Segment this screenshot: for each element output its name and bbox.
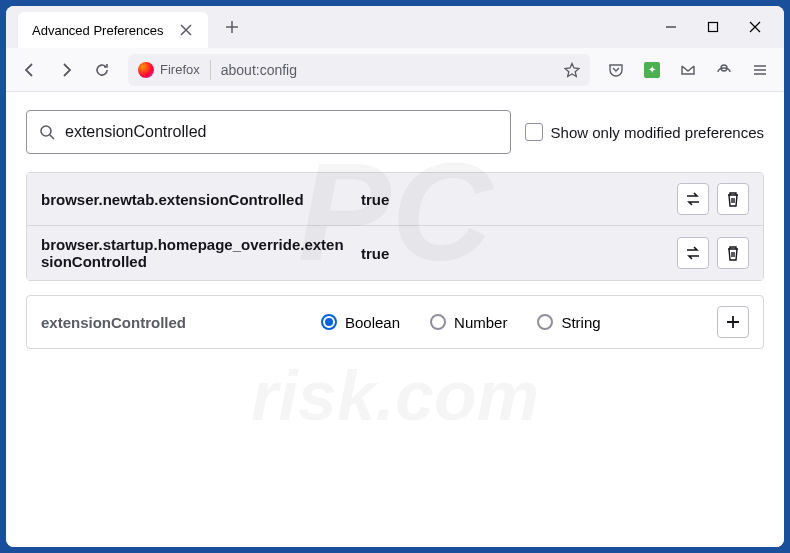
reload-button[interactable] (86, 54, 118, 86)
minimize-button[interactable] (650, 12, 692, 42)
tab-title: Advanced Preferences (32, 23, 164, 38)
url-bar[interactable]: Firefox about:config (128, 54, 590, 86)
pref-name: browser.startup.homepage_override.extens… (41, 236, 361, 270)
search-icon (39, 124, 55, 140)
radio-boolean[interactable]: Boolean (321, 314, 400, 331)
close-tab-icon[interactable] (178, 22, 194, 38)
tab-advanced-preferences[interactable]: Advanced Preferences (18, 12, 208, 48)
pref-row: browser.startup.homepage_override.extens… (27, 226, 763, 280)
radio-label-text: String (561, 314, 600, 331)
checkbox-icon (525, 123, 543, 141)
nav-toolbar: Firefox about:config ✦ (6, 48, 784, 92)
extension-icon[interactable]: ✦ (636, 54, 668, 86)
svg-rect-0 (709, 23, 718, 32)
pref-name: browser.newtab.extensionControlled (41, 191, 361, 208)
create-pref-name: extensionControlled (41, 314, 321, 331)
radio-icon (430, 314, 446, 330)
pref-value: true (361, 245, 677, 262)
search-box[interactable] (26, 110, 511, 154)
browser-window: Advanced Preferences (6, 6, 784, 547)
pref-value: true (361, 191, 677, 208)
add-pref-button[interactable] (717, 306, 749, 338)
content-area: Show only modified preferences browser.n… (6, 92, 784, 547)
inbox-icon[interactable] (672, 54, 704, 86)
firefox-logo-icon (138, 62, 154, 78)
radio-icon (321, 314, 337, 330)
search-input[interactable] (65, 123, 498, 141)
account-icon[interactable] (708, 54, 740, 86)
menu-button[interactable] (744, 54, 776, 86)
toggle-button[interactable] (677, 183, 709, 215)
back-button[interactable] (14, 54, 46, 86)
radio-icon (537, 314, 553, 330)
titlebar: Advanced Preferences (6, 6, 784, 48)
radio-label-text: Number (454, 314, 507, 331)
type-radio-group: Boolean Number String (321, 314, 717, 331)
delete-button[interactable] (717, 183, 749, 215)
create-pref-row: extensionControlled Boolean Number Strin… (26, 295, 764, 349)
forward-button[interactable] (50, 54, 82, 86)
url-text: about:config (221, 62, 554, 78)
new-tab-button[interactable] (218, 13, 246, 41)
preferences-table: browser.newtab.extensionControlled true … (26, 172, 764, 281)
radio-string[interactable]: String (537, 314, 600, 331)
toggle-button[interactable] (677, 237, 709, 269)
delete-button[interactable] (717, 237, 749, 269)
identity-label: Firefox (160, 62, 200, 77)
urlbar-separator (210, 60, 211, 80)
modified-only-label: Show only modified preferences (551, 124, 764, 141)
pref-row: browser.newtab.extensionControlled true (27, 173, 763, 226)
radio-number[interactable]: Number (430, 314, 507, 331)
identity-box[interactable]: Firefox (138, 62, 200, 78)
radio-label-text: Boolean (345, 314, 400, 331)
bookmark-star-icon[interactable] (564, 62, 580, 78)
modified-only-checkbox[interactable]: Show only modified preferences (525, 123, 764, 141)
svg-point-1 (41, 126, 51, 136)
close-window-button[interactable] (734, 12, 776, 42)
maximize-button[interactable] (692, 12, 734, 42)
pocket-icon[interactable] (600, 54, 632, 86)
search-row: Show only modified preferences (26, 110, 764, 154)
